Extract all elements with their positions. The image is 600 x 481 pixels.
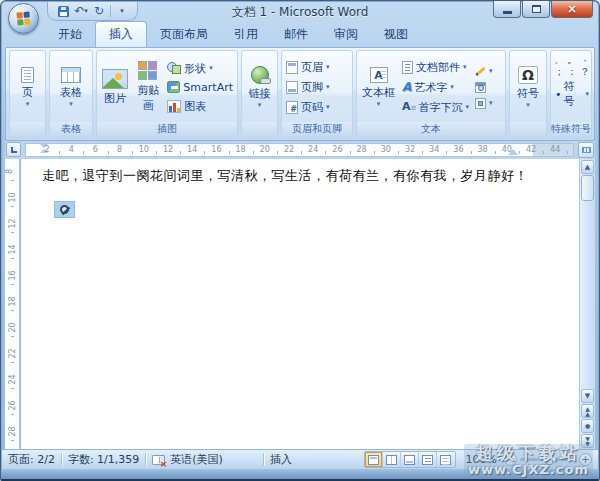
pages-label: 页 bbox=[22, 85, 33, 100]
draft-view-button[interactable] bbox=[437, 452, 455, 467]
group-tables-label: 表格 bbox=[50, 122, 92, 137]
maximize-button[interactable] bbox=[522, 1, 550, 18]
picture-label: 图片 bbox=[104, 91, 126, 106]
document-page[interactable]: 走吧，退守到一阕花间词里，写清秋，写生活，有荷有兰，有你有我，岁月静好！ bbox=[21, 159, 579, 450]
insert-mode-indicator[interactable]: 插入 bbox=[270, 452, 292, 467]
punct-button[interactable]: ； bbox=[554, 65, 564, 79]
select-browse-object-button[interactable]: ● bbox=[581, 419, 594, 433]
drop-cap-label: 首字下沉 bbox=[418, 100, 462, 115]
ribbon: 页 ▾ 表格 ▾ 表格 图片 bbox=[5, 47, 595, 141]
group-pages: 页 ▾ bbox=[9, 50, 46, 138]
word-count[interactable]: 字数: 1/1,359 bbox=[68, 452, 139, 467]
chevron-down-icon: ▾ bbox=[377, 102, 381, 107]
chevron-down-icon: ▾ bbox=[465, 105, 469, 110]
special-symbol-dropdown[interactable]: • 符号 ▾ bbox=[555, 79, 589, 109]
footer-icon bbox=[286, 81, 298, 94]
document-text[interactable]: 走吧，退守到一阕花间词里，写清秋，写生活，有荷有兰，有你有我，岁月静好！ bbox=[21, 159, 579, 185]
web-layout-icon bbox=[404, 455, 415, 465]
scrollbar-track[interactable] bbox=[581, 202, 594, 389]
tab-view[interactable]: 视图 bbox=[371, 22, 421, 47]
textbox-button[interactable]: A 文本框 ▾ bbox=[359, 53, 398, 121]
chevron-down-icon: ▾ bbox=[489, 69, 493, 74]
table-button[interactable]: 表格 ▾ bbox=[57, 53, 85, 121]
group-header-footer: 页眉 ▾ 页脚 ▾ 页码 ▾ 页眉和页脚 bbox=[281, 50, 353, 138]
wordart-button[interactable]: A 艺术字 ▾ bbox=[400, 79, 471, 96]
chart-label: 图表 bbox=[184, 99, 206, 114]
signature-line-button[interactable]: ▾ bbox=[473, 65, 495, 78]
print-layout-view-button[interactable] bbox=[365, 452, 383, 467]
outline-view-button[interactable] bbox=[419, 452, 437, 467]
omega-icon: Ω bbox=[518, 66, 538, 84]
close-button[interactable]: × bbox=[551, 1, 593, 18]
minimize-button[interactable] bbox=[493, 1, 521, 18]
group-tables: 表格 ▾ 表格 bbox=[49, 50, 93, 138]
tab-references[interactable]: 引用 bbox=[221, 22, 271, 47]
tab-stop-icon bbox=[11, 147, 17, 153]
ribbon-tab-row: 开始 插入 页面布局 引用 邮件 审阅 视图 bbox=[5, 23, 595, 47]
page-indicator[interactable]: 页面: 2/2 bbox=[8, 452, 55, 467]
object-icon bbox=[475, 98, 486, 109]
chevron-down-icon: ▾ bbox=[526, 103, 530, 108]
circle-icon: ● bbox=[585, 423, 590, 429]
chart-button[interactable]: 图表 bbox=[165, 98, 235, 115]
scroll-down-button[interactable]: ▼ bbox=[581, 389, 594, 403]
textbox-label: 文本框 bbox=[362, 85, 395, 100]
pages-button[interactable]: 页 ▾ bbox=[18, 53, 37, 121]
clipart-button[interactable]: 剪贴画 bbox=[133, 53, 163, 121]
scrollbar-thumb[interactable] bbox=[581, 175, 594, 201]
maximize-icon bbox=[532, 5, 541, 13]
group-symbols: Ω 符号 ▾ bbox=[509, 50, 547, 138]
header-button[interactable]: 页眉 ▾ bbox=[284, 59, 332, 76]
tab-selector-button[interactable] bbox=[6, 142, 21, 157]
punct-button[interactable]: ？ bbox=[580, 65, 590, 79]
close-icon: × bbox=[567, 2, 577, 16]
fullscreen-reading-view-button[interactable] bbox=[383, 452, 401, 467]
selected-inline-object[interactable] bbox=[54, 201, 75, 218]
vertical-scrollbar[interactable]: ▲ ▼ ▲▲ ● ▼▼ bbox=[579, 159, 595, 450]
previous-page-button[interactable]: ▲▲ bbox=[581, 404, 594, 418]
quick-parts-button[interactable]: 文档部件 ▾ bbox=[400, 59, 471, 76]
scroll-up-button[interactable]: ▲ bbox=[581, 160, 594, 174]
h-ruler-band[interactable]: 2468101214161820222426283032343638404244 bbox=[25, 143, 574, 157]
group-text-label: 文本 bbox=[357, 122, 505, 137]
punct-button[interactable]: · bbox=[583, 55, 586, 66]
textbox-icon: A bbox=[370, 67, 388, 83]
group-links-label bbox=[242, 122, 277, 137]
date-time-button[interactable] bbox=[473, 81, 495, 94]
drop-cap-icon: A≡ bbox=[402, 101, 415, 114]
tab-home[interactable]: 开始 bbox=[45, 22, 95, 47]
shapes-button[interactable]: 形状 ▾ bbox=[165, 60, 235, 77]
table-label: 表格 bbox=[60, 85, 82, 100]
object-button[interactable]: ▾ bbox=[473, 97, 495, 110]
group-special-symbols: 、 。 · ； ： ？ • 符号 ▾ 特殊符号 bbox=[550, 50, 592, 138]
page-number-button[interactable]: 页码 ▾ bbox=[284, 99, 332, 116]
tab-page-layout[interactable]: 页面布局 bbox=[147, 22, 221, 47]
fullscreen-reading-icon bbox=[386, 455, 397, 465]
spellcheck-icon[interactable] bbox=[152, 455, 165, 465]
office-logo-icon bbox=[16, 11, 30, 25]
footer-button[interactable]: 页脚 ▾ bbox=[284, 79, 332, 96]
chevron-down-icon: ▾ bbox=[258, 103, 262, 108]
draft-icon bbox=[440, 455, 451, 465]
tab-mailings[interactable]: 邮件 bbox=[271, 22, 321, 47]
triangle-down-icon: ▼ bbox=[585, 393, 590, 399]
language-indicator[interactable]: 英语(美国) bbox=[170, 452, 223, 467]
smartart-button[interactable]: SmartArt bbox=[165, 80, 235, 95]
special-symbols-grid: 、 。 · ； ： ？ bbox=[553, 54, 592, 78]
view-ruler-toggle-button[interactable] bbox=[578, 142, 594, 158]
picture-button[interactable]: 图片 bbox=[99, 53, 131, 121]
link-button[interactable]: 链接 ▾ bbox=[246, 53, 274, 121]
chevron-down-icon: ▾ bbox=[463, 65, 467, 70]
punct-button[interactable]: ： bbox=[567, 65, 577, 79]
minimize-icon bbox=[503, 11, 512, 14]
outline-icon bbox=[422, 455, 433, 465]
smartart-label: SmartArt bbox=[183, 81, 233, 94]
web-layout-view-button[interactable] bbox=[401, 452, 419, 467]
drop-cap-button[interactable]: A≡ 首字下沉 ▾ bbox=[400, 99, 471, 116]
vertical-ruler[interactable]: 810121416182022242628 bbox=[5, 159, 20, 450]
symbol-button[interactable]: Ω 符号 ▾ bbox=[514, 53, 542, 121]
office-button[interactable] bbox=[8, 3, 39, 34]
tab-insert[interactable]: 插入 bbox=[95, 21, 147, 47]
tab-review[interactable]: 审阅 bbox=[321, 22, 371, 47]
link-label: 链接 bbox=[249, 86, 271, 101]
